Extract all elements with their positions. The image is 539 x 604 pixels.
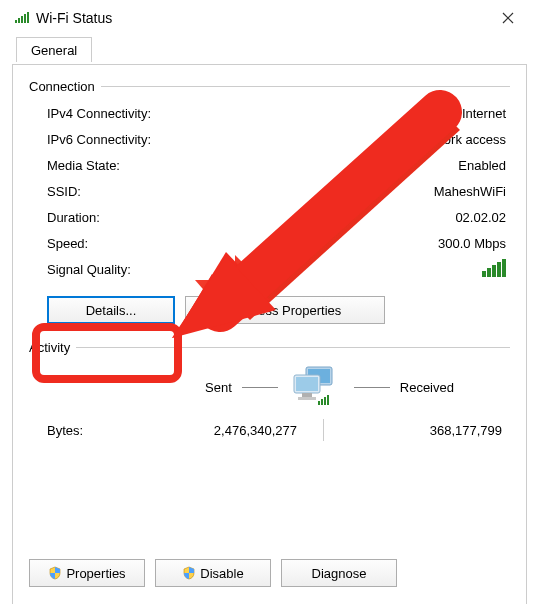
- svg-rect-0: [15, 20, 17, 23]
- properties-button-label: Properties: [66, 566, 125, 581]
- close-icon: [502, 12, 514, 24]
- activity-indicator-row: Sent: [29, 365, 510, 409]
- tab-strip: General: [0, 36, 539, 64]
- duration-label: Duration:: [47, 210, 100, 225]
- row-duration: Duration: 02.02.02: [47, 204, 506, 230]
- row-speed: Speed: 300.0 Mbps: [47, 230, 506, 256]
- shield-icon: [48, 566, 62, 580]
- svg-rect-14: [321, 399, 323, 405]
- svg-rect-13: [318, 401, 320, 405]
- ssid-value: MaheshWiFi: [434, 184, 506, 199]
- media-state-value: Enabled: [458, 158, 506, 173]
- diagnose-button-label: Diagnose: [312, 566, 367, 581]
- shield-icon: [182, 566, 196, 580]
- svg-rect-2: [21, 16, 23, 23]
- bytes-row: Bytes: 2,476,340,277 368,177,799: [29, 415, 510, 441]
- divider: [242, 387, 278, 388]
- group-activity-header: Activity: [29, 340, 510, 355]
- tab-general[interactable]: General: [16, 37, 92, 62]
- properties-button[interactable]: Properties: [29, 559, 145, 587]
- svg-rect-16: [327, 395, 329, 405]
- ssid-label: SSID:: [47, 184, 81, 199]
- row-signal-quality: Signal Quality:: [47, 256, 506, 282]
- row-media-state: Media State: Enabled: [47, 152, 506, 178]
- received-label: Received: [400, 380, 454, 395]
- ipv6-value: No network access: [396, 132, 506, 147]
- close-button[interactable]: [485, 3, 531, 33]
- speed-label: Speed:: [47, 236, 88, 251]
- bytes-sent-value: 2,476,340,277: [127, 423, 315, 438]
- ipv4-label: IPv4 Connectivity:: [47, 106, 151, 121]
- duration-value: 02.02.02: [455, 210, 506, 225]
- svg-rect-10: [296, 377, 318, 391]
- sent-label: Sent: [205, 380, 232, 395]
- row-ipv4: IPv4 Connectivity: Internet: [47, 100, 506, 126]
- signal-bars-icon: [482, 259, 506, 277]
- group-connection-header: Connection: [29, 79, 510, 94]
- network-activity-icon: [288, 365, 344, 409]
- divider: [76, 347, 510, 348]
- ipv4-value: Internet: [462, 106, 506, 121]
- svg-rect-1: [18, 18, 20, 23]
- ipv6-label: IPv6 Connectivity:: [47, 132, 151, 147]
- svg-rect-3: [24, 14, 26, 23]
- row-ipv6: IPv6 Connectivity: No network access: [47, 126, 506, 152]
- row-ssid: SSID: MaheshWiFi: [47, 178, 506, 204]
- window-title: Wi-Fi Status: [36, 10, 485, 26]
- bytes-received-value: 368,177,799: [332, 423, 506, 438]
- divider: [101, 86, 510, 87]
- disable-button[interactable]: Disable: [155, 559, 271, 587]
- divider: [323, 419, 324, 441]
- svg-rect-11: [302, 393, 312, 397]
- bytes-label: Bytes:: [47, 423, 127, 438]
- wireless-properties-button[interactable]: Wireless Properties: [185, 296, 385, 324]
- tab-panel-general: Connection IPv4 Connectivity: Internet I…: [12, 64, 527, 604]
- group-activity-label: Activity: [29, 340, 70, 355]
- disable-button-label: Disable: [200, 566, 243, 581]
- group-connection-label: Connection: [29, 79, 95, 94]
- media-state-label: Media State:: [47, 158, 120, 173]
- speed-value: 300.0 Mbps: [438, 236, 506, 251]
- svg-rect-15: [324, 397, 326, 405]
- details-button[interactable]: Details...: [47, 296, 175, 324]
- signal-quality-value: [482, 259, 506, 280]
- diagnose-button[interactable]: Diagnose: [281, 559, 397, 587]
- wifi-icon: [14, 9, 30, 28]
- window-titlebar: Wi-Fi Status: [0, 0, 539, 36]
- svg-rect-12: [298, 397, 316, 400]
- signal-quality-label: Signal Quality:: [47, 262, 131, 277]
- divider: [354, 387, 390, 388]
- svg-rect-4: [27, 12, 29, 23]
